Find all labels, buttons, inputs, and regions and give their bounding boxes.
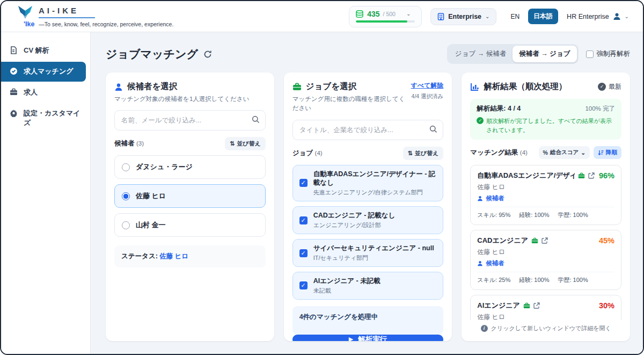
experience-score: 経験: 100% [519, 211, 549, 219]
candidate-search-input[interactable] [114, 110, 266, 131]
credits-dropdown[interactable]: 435 / 500 ⌄ [349, 6, 422, 27]
org-selector[interactable]: Enterprise ⌄ [430, 8, 496, 25]
force-reanalyze-label: 強制再解析 [597, 49, 631, 59]
lang-en-button[interactable]: EN [505, 10, 525, 24]
external-link-icon[interactable] [588, 172, 595, 179]
force-reanalyze-checkbox[interactable]: 強制再解析 [586, 49, 631, 59]
job-sort-button[interactable]: ⇅並び替え [403, 147, 444, 160]
education-score: 学歴: 100% [558, 211, 588, 219]
results-panel: 解析結果（順次処理） ✓ 最新 解析結果: 4 / 4 100% 完了 [462, 73, 630, 341]
building-icon [437, 13, 444, 20]
candidate-option[interactable]: 山村 金一 [114, 213, 266, 237]
sidebar-item-label: 求人 [24, 88, 38, 98]
account-menu[interactable]: HR Enterprise ⌄ [567, 12, 629, 20]
results-list[interactable]: 自動車ADASエンジニア/デザイナー 96% 佐藤 ヒロ 候補者 [470, 165, 621, 320]
score-sort-dropdown[interactable]: % 総合スコア ⌄ [539, 146, 590, 159]
checkbox-checked-icon: ✓ [299, 179, 308, 187]
results-panel-title: 解析結果（順次処理） [484, 81, 567, 92]
person-icon [114, 83, 123, 91]
skill-score: スキル: 95% [477, 211, 510, 219]
sidebar-item-job-matching[interactable]: 求人マッチング [1, 62, 86, 82]
result-card[interactable]: CADエンジニア 45% 佐藤 ヒロ 候補者 [470, 230, 621, 290]
job-option[interactable]: ✓ 自動車ADASエンジニア/デザイナー - 記載なし先進エンジニアリング/自律… [292, 165, 444, 202]
results-footer-hint: i クリックして新しいウィンドウで詳細を開く [470, 320, 621, 332]
radio-icon [122, 163, 130, 171]
gear-icon [10, 109, 18, 117]
coins-icon [356, 10, 364, 18]
candidate-option-selected[interactable]: 佐藤 ヒロ [114, 184, 266, 208]
result-card[interactable]: AIエンジニア 30% 佐藤 ヒロ 候補者 [470, 295, 621, 320]
result-candidate-name: 佐藤 ヒロ [477, 248, 614, 257]
job-list-label: ジョブ [292, 149, 313, 157]
external-link-icon[interactable] [533, 302, 540, 309]
job-option[interactable]: ✓ AIエンジニア - 未記載未記載 [292, 272, 444, 300]
check-circle-icon: ✓ [477, 117, 484, 124]
job-search-input[interactable] [292, 120, 444, 140]
briefcase-icon [531, 237, 538, 244]
org-selector-label: Enterprise [448, 13, 481, 20]
match-score: 96% [599, 171, 614, 180]
results-list-label: マッチング結果 [470, 149, 518, 156]
main-content: ジョブマッチング ジョブ → 候補者 候補者 → ジョブ 強制再解析 [91, 32, 643, 354]
chevron-down-icon: ⌄ [406, 11, 411, 17]
check-circle-icon [10, 67, 18, 75]
candidate-sort-button[interactable]: ⇅並び替え [225, 137, 266, 150]
account-name: HR Enterprise [567, 13, 609, 20]
info-icon: i [481, 325, 488, 332]
percent-icon: % [543, 149, 548, 156]
mode-candidate-to-job[interactable]: 候補者 → ジョブ [513, 46, 576, 62]
brand-block: AI-IKE 'Ike —To see, know, feel, recogni… [17, 5, 173, 28]
mode-job-to-candidate[interactable]: ジョブ → 候補者 [449, 46, 513, 62]
candidate-select-panel: 候補者を選択 マッチング対象の候補者を1人選択してください 候補者 (3) [106, 73, 274, 341]
lang-ja-button[interactable]: 日本語 [528, 9, 558, 24]
result-card[interactable]: 自動車ADASエンジニア/デザイナー 96% 佐藤 ヒロ 候補者 [470, 165, 621, 225]
job-option[interactable]: ✓ サイバーセキュリティエンジニア - nullIT/セキュリティ部門 [292, 239, 444, 267]
sidebar-item-label: 設定・カスタマイズ [24, 108, 80, 129]
candidate-status: ステータス: 佐藤 ヒロ [114, 245, 266, 267]
direction-toggle: ジョブ → 候補者 候補者 → ジョブ [447, 44, 579, 64]
sidebar-item-jobs[interactable]: 求人 [1, 83, 86, 103]
chevron-down-icon: ⌄ [485, 13, 489, 19]
top-right-controls: 435 / 500 ⌄ Enterprise ⌄ [349, 6, 629, 27]
briefcase-icon [10, 88, 18, 96]
sidebar-item-cv-analysis[interactable]: CV 解析 [1, 41, 86, 61]
candidate-panel-title: 候補者を選択 [127, 81, 177, 92]
bar-chart-icon [470, 83, 479, 91]
job-list-count: (4) [315, 150, 323, 156]
play-icon: ▶ [349, 336, 353, 341]
credits-progress-fill [356, 20, 407, 23]
logo-icon [17, 5, 33, 19]
chevron-down-icon: ⌄ [625, 13, 629, 19]
sidebar-item-label: 求人マッチング [24, 67, 74, 77]
top-bar: AI-IKE 'Ike —To see, know, feel, recogni… [1, 1, 643, 32]
external-link-icon[interactable] [541, 237, 548, 244]
result-candidate-name: 佐藤 ヒロ [477, 313, 614, 320]
briefcase-icon [523, 302, 530, 309]
briefcase-icon [292, 83, 302, 91]
education-score: 学歴: 100% [558, 276, 588, 284]
briefcase-icon [578, 172, 585, 179]
refresh-icon[interactable] [203, 50, 212, 59]
candidate-option[interactable]: ダヌシュ・ラージ [114, 155, 266, 179]
clear-all-link[interactable]: すべて解除 [411, 81, 444, 90]
page-title: ジョブマッチング [106, 47, 198, 62]
chevron-down-icon: ⌄ [581, 149, 586, 156]
run-analysis-button[interactable]: ▶ 解析実行 [292, 335, 444, 341]
radio-icon [122, 221, 130, 229]
match-score: 30% [599, 301, 614, 310]
status-value: 佐藤 ヒロ [159, 252, 188, 260]
experience-score: 経験: 100% [519, 276, 549, 284]
progress-label: 解析結果: 4 / 4 [477, 104, 521, 113]
candidate-panel-subtitle: マッチング対象の候補者を1人選択してください [114, 95, 249, 104]
job-panel-title: ジョブを選択 [306, 81, 356, 92]
job-option[interactable]: ✓ CADエンジニア - 記載なしエンジニアリング/設計部 [292, 206, 444, 234]
success-message: 順次解析が完了しました。すべての結果が表示されています。 [486, 117, 615, 134]
credits-used: 435 [367, 10, 379, 18]
radio-checked-icon [122, 192, 130, 200]
status-label: ステータス: [121, 252, 158, 260]
candidate-list-count: (3) [136, 140, 144, 147]
app-window: AI-IKE 'Ike —To see, know, feel, recogni… [0, 0, 644, 355]
sidebar-item-settings[interactable]: 設定・カスタマイズ [1, 104, 86, 134]
descending-sort-button[interactable]: 降順 [594, 146, 621, 159]
candidate-list-label: 候補者 [114, 140, 135, 147]
